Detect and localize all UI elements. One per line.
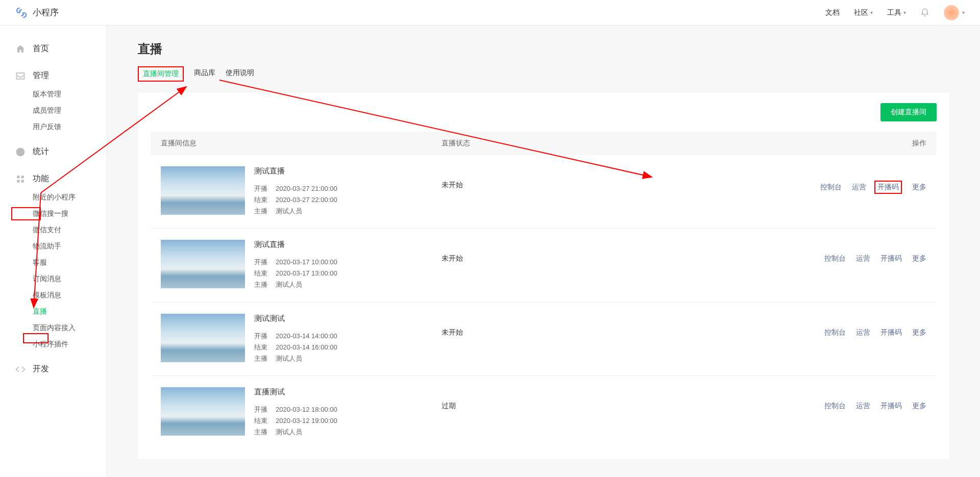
table-header: 直播间信息 直播状态 操作 bbox=[151, 132, 937, 155]
sidebar-sub-feature-4[interactable]: 客服 bbox=[0, 255, 107, 271]
room-actions: 控制台 运营 开播码 更多 bbox=[559, 166, 926, 194]
action-more[interactable]: 更多 bbox=[912, 401, 926, 411]
sidebar-manage[interactable]: 管理 bbox=[0, 65, 107, 86]
chevron-down-icon: ▾ bbox=[903, 10, 906, 15]
room-thumbnail bbox=[161, 240, 245, 288]
grid-icon bbox=[15, 174, 26, 184]
room-status: 未开始 bbox=[442, 314, 559, 337]
action-more[interactable]: 更多 bbox=[912, 254, 926, 263]
room-status: 未开始 bbox=[442, 240, 559, 263]
nav-community[interactable]: 社区▾ bbox=[854, 8, 873, 17]
tab-room-manage[interactable]: 直播间管理 bbox=[138, 66, 184, 82]
room-title: 直播测试 bbox=[254, 387, 442, 397]
room-meta: 开播2020-03-14 14:00:00 结束2020-03-14 16:00… bbox=[254, 331, 442, 364]
main-content: 直播 直播间管理 商品库 使用说明 创建直播间 直播间信息 直播状态 操作 测试… bbox=[107, 26, 980, 477]
room-actions: 控制台 运营 开播码 更多 bbox=[559, 314, 926, 337]
header-brand: 小程序 bbox=[15, 7, 59, 19]
svg-rect-0 bbox=[17, 175, 19, 178]
action-ops[interactable]: 运营 bbox=[856, 328, 870, 337]
sidebar-sub-feature-0[interactable]: 附近的小程序 bbox=[0, 189, 107, 206]
sidebar: 首页 管理 版本管理成员管理用户反馈 统计 功能 附近的小程序微信搜一搜微信支付… bbox=[0, 26, 107, 477]
room-thumbnail bbox=[161, 387, 245, 436]
room-actions: 控制台 运营 开播码 更多 bbox=[559, 387, 926, 411]
room-info: 测试直播 开播2020-03-27 21:00:00 结束2020-03-27 … bbox=[254, 166, 442, 217]
nav-docs[interactable]: 文档 bbox=[825, 8, 840, 17]
room-title: 测试测试 bbox=[254, 314, 442, 323]
action-ops[interactable]: 运营 bbox=[856, 401, 870, 411]
action-more[interactable]: 更多 bbox=[912, 183, 926, 192]
room-meta: 开播2020-03-27 21:00:00 结束2020-03-27 22:00… bbox=[254, 183, 442, 217]
room-thumbnail bbox=[161, 166, 245, 215]
room-title: 测试直播 bbox=[254, 166, 442, 176]
inbox-icon bbox=[15, 71, 26, 81]
sidebar-sub-manage-2[interactable]: 用户反馈 bbox=[0, 119, 107, 135]
action-broadcast-code[interactable]: 开播码 bbox=[874, 181, 902, 194]
panel: 创建直播间 直播间信息 直播状态 操作 测试直播 开播2020-03-27 21… bbox=[138, 93, 949, 459]
room-meta: 开播2020-03-17 10:00:00 结束2020-03-17 13:00… bbox=[254, 257, 442, 290]
room-title: 测试直播 bbox=[254, 240, 442, 249]
room-status: 未开始 bbox=[442, 166, 559, 190]
room-row: 测试直播 开播2020-03-27 21:00:00 结束2020-03-27 … bbox=[151, 155, 937, 229]
home-icon bbox=[15, 44, 26, 54]
sidebar-sub-feature-8[interactable]: 页面内容接入 bbox=[0, 320, 107, 336]
tabs: 直播间管理 商品库 使用说明 bbox=[138, 66, 949, 82]
room-row: 测试直播 开播2020-03-17 10:00:00 结束2020-03-17 … bbox=[151, 229, 937, 302]
chevron-down-icon: ▾ bbox=[870, 10, 873, 15]
action-console[interactable]: 控制台 bbox=[824, 401, 846, 411]
wechat-miniprogram-logo-icon bbox=[15, 7, 28, 19]
svg-rect-3 bbox=[21, 180, 24, 182]
header-nav: 文档 社区▾ 工具▾ ▾ bbox=[825, 5, 965, 20]
room-row: 测试测试 开播2020-03-14 14:00:00 结束2020-03-14 … bbox=[151, 303, 937, 376]
page-title: 直播 bbox=[138, 41, 949, 57]
sidebar-sub-feature-2[interactable]: 微信支付 bbox=[0, 222, 107, 238]
action-ops[interactable]: 运营 bbox=[856, 254, 870, 263]
room-row: 直播测试 开播2020-03-12 18:00:00 结束2020-03-12 … bbox=[151, 376, 937, 449]
action-ops[interactable]: 运营 bbox=[852, 183, 866, 192]
room-info: 测试测试 开播2020-03-14 14:00:00 结束2020-03-14 … bbox=[254, 314, 442, 364]
pie-chart-icon bbox=[15, 147, 26, 157]
sidebar-sub-feature-9[interactable]: 小程序插件 bbox=[0, 336, 107, 353]
action-console[interactable]: 控制台 bbox=[820, 183, 842, 192]
room-status: 过期 bbox=[442, 387, 559, 411]
sidebar-sub-feature-6[interactable]: 模板消息 bbox=[0, 287, 107, 304]
action-broadcast-code[interactable]: 开播码 bbox=[880, 328, 902, 337]
room-info: 测试直播 开播2020-03-17 10:00:00 结束2020-03-17 … bbox=[254, 240, 442, 290]
svg-rect-2 bbox=[17, 180, 19, 182]
action-console[interactable]: 控制台 bbox=[824, 254, 846, 263]
action-console[interactable]: 控制台 bbox=[824, 328, 846, 337]
col-info: 直播间信息 bbox=[161, 139, 442, 148]
sidebar-sub-feature-1[interactable]: 微信搜一搜 bbox=[0, 206, 107, 222]
sidebar-sub-feature-3[interactable]: 物流助手 bbox=[0, 238, 107, 255]
nav-tools[interactable]: 工具▾ bbox=[887, 8, 906, 17]
bell-icon[interactable] bbox=[920, 8, 929, 17]
sidebar-sub-feature-7[interactable]: 直播 bbox=[0, 304, 107, 320]
sidebar-sub-feature-5[interactable]: 订阅消息 bbox=[0, 271, 107, 287]
header: 小程序 文档 社区▾ 工具▾ ▾ bbox=[0, 0, 980, 26]
chevron-down-icon: ▾ bbox=[962, 10, 965, 15]
code-icon bbox=[15, 364, 26, 374]
create-room-button[interactable]: 创建直播间 bbox=[880, 103, 937, 121]
col-action: 操作 bbox=[559, 139, 926, 148]
user-menu[interactable]: ▾ bbox=[944, 5, 965, 20]
tab-guide[interactable]: 使用说明 bbox=[226, 66, 254, 82]
avatar bbox=[944, 5, 959, 20]
room-thumbnail bbox=[161, 314, 245, 362]
sidebar-sub-manage-1[interactable]: 成员管理 bbox=[0, 103, 107, 119]
room-meta: 开播2020-03-12 18:00:00 结束2020-03-12 19:00… bbox=[254, 404, 442, 438]
sidebar-sub-manage-0[interactable]: 版本管理 bbox=[0, 86, 107, 103]
action-broadcast-code[interactable]: 开播码 bbox=[880, 254, 902, 263]
action-broadcast-code[interactable]: 开播码 bbox=[880, 401, 902, 411]
tab-goods[interactable]: 商品库 bbox=[194, 66, 215, 82]
room-info: 直播测试 开播2020-03-12 18:00:00 结束2020-03-12 … bbox=[254, 387, 442, 438]
brand-text: 小程序 bbox=[33, 7, 59, 18]
room-actions: 控制台 运营 开播码 更多 bbox=[559, 240, 926, 263]
action-more[interactable]: 更多 bbox=[912, 328, 926, 337]
sidebar-features[interactable]: 功能 bbox=[0, 168, 107, 189]
sidebar-dev[interactable]: 开发 bbox=[0, 359, 107, 380]
sidebar-home[interactable]: 首页 bbox=[0, 38, 107, 59]
svg-rect-1 bbox=[21, 175, 24, 178]
col-status: 直播状态 bbox=[442, 139, 559, 148]
sidebar-stats[interactable]: 统计 bbox=[0, 141, 107, 162]
